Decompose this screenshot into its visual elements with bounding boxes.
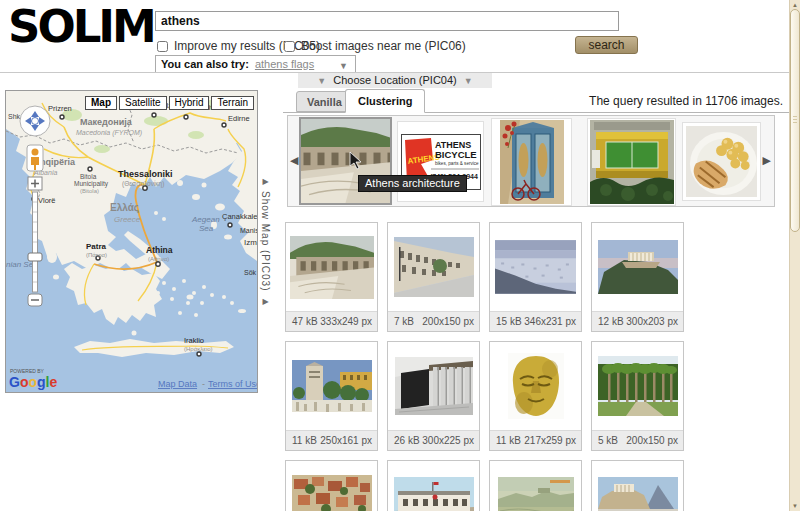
page-scrollbar[interactable]: ▲ ▼ [789,0,800,511]
street-view-pegman[interactable] [27,145,43,171]
also-try-link[interactable]: athens flags [255,58,314,70]
map-label: Patra [86,242,107,251]
result-meta: 26 kB300x225 px [388,430,479,450]
boost-near-me-checkbox-label[interactable]: Boost images near me (PIC06) [284,39,466,53]
map-label: Çanakkale [222,212,257,221]
result-card[interactable]: 11 kB250x161 px [285,341,378,451]
thumbnail-city-aerial [495,240,576,294]
map-label: Macedonia (FYROM) [76,129,142,137]
result-card[interactable] [489,460,582,511]
result-meta: 11 kB250x161 px [286,430,377,450]
image-dimensions: 346x231 px [524,312,576,331]
result-card[interactable] [285,460,378,511]
carousel-thumb-painted-door[interactable] [491,118,572,206]
attribution-separator: - [202,379,205,389]
choose-location-label: Choose Location (PIC04) [333,74,457,86]
map-label: Македонија [80,117,133,127]
carousel-thumb-food[interactable] [682,122,761,201]
thumbnail-amphitheater [290,236,374,299]
map-label: Edirne [228,114,250,123]
zoom-slider-thumb [28,253,42,261]
thumbnail-rooftops-aerial [292,475,372,511]
ad-line3: bikes, parts & service [435,161,479,166]
image-dimensions: 217x259 px [524,431,576,450]
map-label: (Ηράκλειο) [184,346,213,352]
choose-location-bar[interactable]: ▼Choose Location (PIC04)▼ [298,73,492,88]
result-card[interactable]: 7 kB200x150 px [387,222,480,332]
search-button[interactable]: search [575,36,638,54]
thumbnail-neoclassical-street [394,237,474,297]
result-card[interactable]: 11 kB217x259 px [489,341,582,451]
map-label: Ελλάς [110,202,139,214]
map-label: Greece [114,215,141,224]
improve-results-checkbox[interactable] [157,41,168,52]
greece-map[interactable]: Shk Prizren Македонија Macedonia (FYROM)… [6,91,257,392]
result-meta: 15 kB346x231 px [490,311,581,331]
result-meta: 7 kB200x150 px [388,311,479,331]
scrollbar-thumb[interactable] [790,9,800,232]
carousel-left-arrow-icon[interactable]: ◀ [290,154,298,167]
carousel-thumb-stadium[interactable] [587,118,676,206]
map-type-hybrid-button[interactable]: Hybrid [169,96,210,110]
file-size: 26 kB [394,431,420,450]
map-type-map-button[interactable]: Map [85,96,117,110]
also-try-label: You can also try: [161,58,249,70]
boost-near-me-text: Boost images near me (PIC06) [301,39,466,53]
file-size: 11 kB [292,431,317,450]
scroll-down-icon[interactable]: ▼ [790,501,800,511]
map-label: (Αθήνα) [148,256,169,262]
carousel-right-arrow-icon[interactable]: ▶ [763,154,771,167]
file-size: 7 kB [394,312,414,331]
map-label: Shk [8,113,21,120]
result-card[interactable]: 47 kB333x249 px [285,222,378,332]
map-label: Athina [146,245,173,255]
map-label: Prizren [48,104,72,113]
result-card[interactable]: 12 kB300x203 px [591,222,684,332]
result-card[interactable] [591,460,684,511]
collapse-right-icon: ▶ [262,297,268,306]
map-label: Thessaloniki [118,169,173,179]
mouse-cursor [349,151,363,171]
thumbnail-stoa-colonnade [395,357,473,415]
app-logo: SOLIM [8,0,154,53]
terms-of-use-link[interactable]: Terms of Use [208,379,257,389]
result-card[interactable]: 26 kB300x225 px [387,341,480,451]
thumbnail-tower-ruins [292,360,372,412]
result-card[interactable]: 5 kB200x150 px [591,341,684,451]
result-meta: 47 kB333x249 px [286,311,377,331]
map-type-terrain-button[interactable]: Terrain [211,96,254,110]
ad-line2: BICYCLE [435,149,477,160]
map-label: Municipality [74,180,109,188]
result-meta: 5 kB200x150 px [592,430,683,450]
thumbnail-station-building [394,477,474,511]
result-card[interactable] [387,460,480,511]
image-dimensions: 300x203 px [626,312,678,331]
map-label: Iraklio [184,336,204,345]
map-pan-control[interactable] [20,106,50,136]
map-panel[interactable]: Shk Prizren Македонија Macedonia (FYROM)… [5,90,258,393]
thumbnail-palm-trees [598,356,678,416]
map-label: Sök [244,269,257,276]
image-dimensions: 200x150 px [422,312,474,331]
thumbnail-acropolis-lycabettus [598,477,678,511]
file-size: 11 kB [496,431,521,450]
map-label: Bitola [80,173,97,180]
map-data-link[interactable]: Map Data [158,379,197,389]
result-meta: 11 kB217x259 px [490,430,581,450]
search-input[interactable] [155,11,619,31]
thumbnail-food [686,126,757,197]
result-card[interactable]: 15 kB346x231 px [489,222,582,332]
thumbnail-tooltip: Athens architecture [358,175,467,192]
thumbnail-acropolis-hill [598,240,678,294]
map-label: Vlorë [38,196,56,205]
image-dimensions: 333x249 px [320,312,372,331]
image-dimensions: 300x225 px [422,431,474,450]
map-type-satellite-button[interactable]: Satellite [119,96,167,110]
file-size: 47 kB [292,312,318,331]
query-result-summary: The query resulted in 11706 images. [589,94,783,108]
boost-near-me-checkbox[interactable] [284,41,295,52]
scrollbar-grip [793,116,797,123]
tab-clustering[interactable]: Clustering [345,89,425,113]
map-type-buttons: Map Satellite Hybrid Terrain [85,96,254,110]
show-map-toggle[interactable]: ▶ Show Map (PIC03) ▶ [258,90,273,393]
